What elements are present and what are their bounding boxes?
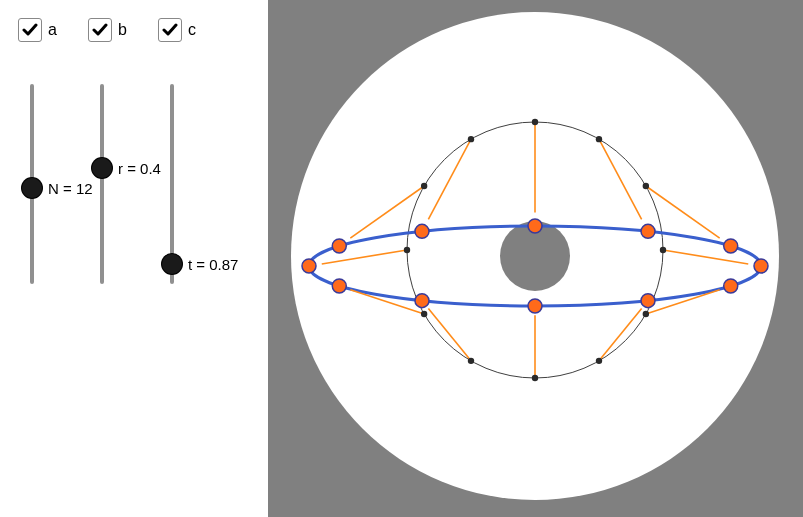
svg-point-35 xyxy=(415,294,429,308)
slider-t-label: t = 0.87 xyxy=(188,256,238,273)
svg-point-37 xyxy=(302,259,316,273)
svg-point-36 xyxy=(332,279,346,293)
svg-point-20 xyxy=(643,311,649,317)
checkbox-b-row: b xyxy=(88,18,127,42)
checkbox-c-label: c xyxy=(188,21,196,39)
slider-t[interactable] xyxy=(158,84,186,284)
svg-point-22 xyxy=(532,375,538,381)
svg-point-34 xyxy=(528,299,542,313)
svg-point-19 xyxy=(660,247,666,253)
svg-point-17 xyxy=(596,136,602,142)
slider-N[interactable] xyxy=(18,84,46,284)
checkbox-c-row: c xyxy=(158,18,196,42)
slider-r-thumb[interactable] xyxy=(92,158,112,178)
svg-point-18 xyxy=(643,183,649,189)
svg-point-24 xyxy=(421,311,427,317)
checkbox-c[interactable] xyxy=(158,18,182,42)
svg-point-21 xyxy=(596,358,602,364)
svg-point-23 xyxy=(468,358,474,364)
control-panel: a b c N = 12 r = 0.4 t = 0.87 xyxy=(0,0,268,517)
slider-r[interactable] xyxy=(88,84,116,284)
checkbox-a[interactable] xyxy=(18,18,42,42)
slider-t-thumb[interactable] xyxy=(162,254,182,274)
svg-point-38 xyxy=(332,239,346,253)
svg-point-28 xyxy=(528,219,542,233)
svg-point-27 xyxy=(468,136,474,142)
slider-r-track xyxy=(100,84,104,284)
graphics-stage[interactable] xyxy=(268,0,803,517)
checkbox-a-label: a xyxy=(48,21,57,39)
slider-r-label: r = 0.4 xyxy=(118,160,161,177)
checkbox-b[interactable] xyxy=(88,18,112,42)
svg-point-26 xyxy=(421,183,427,189)
slider-N-label: N = 12 xyxy=(48,180,93,197)
svg-point-16 xyxy=(532,119,538,125)
svg-point-39 xyxy=(415,224,429,238)
svg-point-31 xyxy=(754,259,768,273)
svg-point-33 xyxy=(641,294,655,308)
svg-point-25 xyxy=(404,247,410,253)
check-icon xyxy=(92,22,108,38)
checkbox-b-label: b xyxy=(118,21,127,39)
slider-N-thumb[interactable] xyxy=(22,178,42,198)
svg-point-32 xyxy=(724,279,738,293)
svg-point-29 xyxy=(641,224,655,238)
svg-point-30 xyxy=(724,239,738,253)
checkbox-a-row: a xyxy=(18,18,57,42)
check-icon xyxy=(162,22,178,38)
check-icon xyxy=(22,22,38,38)
geometry-svg xyxy=(268,0,803,517)
